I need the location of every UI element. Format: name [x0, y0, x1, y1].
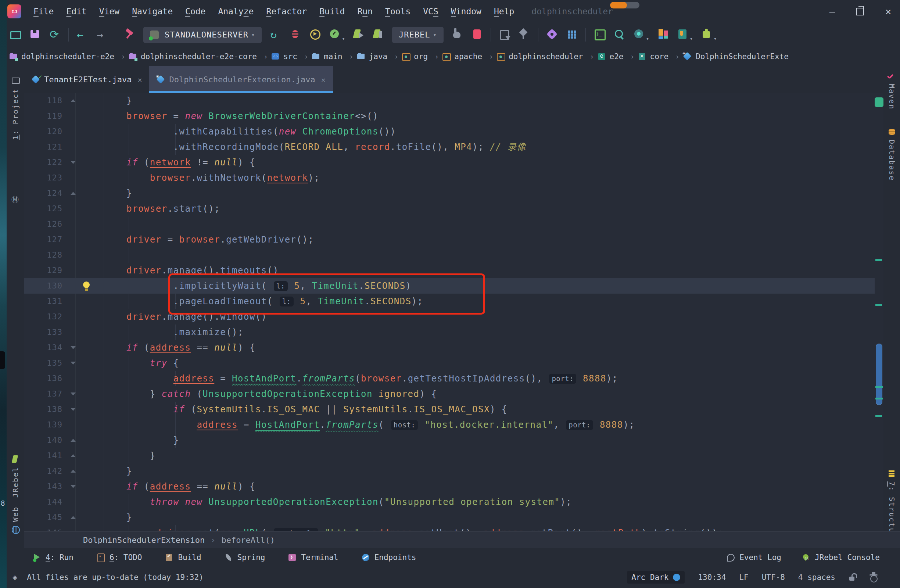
menu-item-navigate[interactable]: Navigate — [127, 5, 177, 18]
code-line-140[interactable]: 140 } — [24, 433, 875, 448]
project-structure-icon[interactable] — [566, 28, 578, 42]
code-line-122[interactable]: 122if (network != null) { — [24, 155, 875, 170]
code-line-142[interactable]: 142} — [24, 464, 875, 479]
debug-icon[interactable] — [289, 28, 301, 42]
menu-item-help[interactable]: Help — [489, 5, 519, 18]
menu-item-vcs[interactable]: VCS — [418, 5, 443, 18]
breadcrumb-item-e2e[interactable]: e2e — [598, 52, 624, 61]
fold-marker-icon[interactable] — [71, 361, 76, 365]
menu-item-code[interactable]: Code — [180, 5, 210, 18]
code-line-118[interactable]: 118} — [24, 93, 875, 109]
sync-icon[interactable] — [48, 28, 61, 42]
tool-window-button-6-todo[interactable]: 6: TODO — [96, 553, 142, 562]
code-line-138[interactable]: 138 if (SystemUtils.IS_OS_MAC || SystemU… — [24, 402, 875, 417]
menu-item-refactor[interactable]: Refactor — [261, 5, 312, 18]
plugin-icon[interactable]: ▾ — [700, 28, 717, 42]
menu-item-view[interactable]: View — [95, 5, 124, 18]
save-all-icon[interactable] — [29, 28, 41, 42]
code-line-128[interactable]: 128 — [24, 247, 875, 263]
code-line-119[interactable]: 119browser = new BrowserWebDriverContain… — [24, 109, 875, 124]
unlock-icon[interactable] — [849, 573, 856, 582]
menu-item-window[interactable]: Window — [446, 5, 486, 18]
jrebel-status-icon[interactable] — [12, 572, 17, 582]
fold-marker-icon[interactable] — [71, 192, 76, 195]
menu-item-analyze[interactable]: Analyze — [213, 5, 258, 18]
menu-item-file[interactable]: File — [29, 5, 59, 18]
code-line-121[interactable]: 121 .withRecordingMode(RECORD_ALL, recor… — [24, 139, 875, 155]
tab-tenante2etest-java[interactable]: TenantE2ETest.java✕ — [24, 66, 149, 93]
breadcrumb-item-apache[interactable]: apache — [442, 52, 482, 61]
run-coverage-icon[interactable] — [309, 28, 321, 42]
fold-marker-icon[interactable] — [71, 439, 76, 442]
fold-marker-icon[interactable] — [71, 393, 76, 396]
stop-icon[interactable] — [471, 28, 483, 42]
code-line-133[interactable]: 133 .maximize(); — [24, 324, 875, 340]
code-line-123[interactable]: 123 browser.withNetwork(network); — [24, 170, 875, 186]
code-line-124[interactable]: 124} — [24, 186, 875, 201]
code-line-145[interactable]: 145} — [24, 510, 875, 525]
intention-bulb-icon[interactable] — [82, 281, 90, 291]
attach-debugger-icon[interactable] — [498, 28, 511, 42]
jrebel-run-icon[interactable] — [352, 28, 365, 42]
tool-button-web[interactable]: Web — [6, 506, 24, 534]
minimize-icon[interactable]: — — [829, 6, 835, 16]
code-line-134[interactable]: 134if (address == null) { — [24, 340, 875, 355]
code-line-126[interactable]: 126 — [24, 216, 875, 232]
fold-marker-icon[interactable] — [71, 161, 76, 164]
breadcrumb-item-dolphinscheduler-e2e[interactable]: dolphinscheduler-e2e — [9, 52, 114, 61]
build-hammer-icon[interactable] — [124, 28, 136, 42]
tool-window-button-spring[interactable]: Spring — [224, 553, 265, 562]
line-ending[interactable]: LF — [739, 573, 748, 582]
tool-window-button-jrebel-console[interactable]: JRebel Console — [802, 553, 880, 562]
code-line-135[interactable]: 135 try { — [24, 355, 875, 371]
highlighting-level-icon[interactable] — [869, 573, 878, 582]
open-project-icon[interactable] — [9, 28, 21, 42]
breadcrumb-item-dolphinscheduler-e2e-core[interactable]: dolphinscheduler-e2e-core — [129, 52, 257, 61]
breadcrumb-item-java[interactable]: java — [357, 52, 388, 61]
tool-window-button-4-run[interactable]: 4: Run — [33, 553, 73, 562]
breadcrumb-method[interactable]: beforeAll() — [221, 535, 275, 545]
forward-icon[interactable] — [96, 28, 109, 42]
breadcrumb-item-dolphinscheduler[interactable]: dolphinscheduler — [497, 52, 583, 61]
jrebel-agent-icon[interactable] — [451, 28, 463, 42]
tool-window-button-event-log[interactable]: Event Log — [726, 553, 781, 562]
code-line-143[interactable]: 143if (address == null) { — [24, 479, 875, 494]
tool-window-button-endpoints[interactable]: Endpoints — [361, 553, 416, 562]
tab-dolphinschedulerextension-java[interactable]: DolphinSchedulerExtension.java✕ — [149, 66, 333, 93]
breadcrumb-item-dolphinschedulerexte[interactable]: DolphinSchedulerExte — [683, 52, 789, 61]
theme-widget[interactable]: Arc Dark — [627, 571, 685, 583]
inspection-status-indicator[interactable] — [875, 98, 883, 107]
fold-marker-icon[interactable] — [71, 99, 76, 102]
breadcrumb-item-core[interactable]: core — [638, 52, 669, 61]
tool-button-jrebel[interactable]: JRebel — [6, 455, 24, 498]
tool-button-bookmark[interactable] — [6, 195, 24, 203]
run-configuration-selector[interactable]: STANDALONESERVER▾ — [143, 27, 262, 43]
tool-button-project[interactable]: 1: Project — [6, 76, 24, 140]
code-editor[interactable]: 118}119browser = new BrowserWebDriverCon… — [24, 93, 875, 531]
settings-icon[interactable] — [546, 28, 558, 42]
code-line-146[interactable]: 146 driver.get(new URL( protocol: "http"… — [24, 525, 875, 531]
fold-marker-icon[interactable] — [71, 516, 76, 519]
breadcrumb-item-main[interactable]: main — [312, 52, 343, 61]
breadcrumb-item-org[interactable]: org — [402, 52, 428, 61]
fold-marker-icon[interactable] — [71, 408, 76, 411]
profiler-icon[interactable]: ▾ — [329, 28, 345, 42]
caret-position[interactable]: 130:34 — [698, 573, 726, 582]
file-encoding[interactable]: UTF-8 — [762, 573, 785, 582]
terminal-toolbar-icon[interactable] — [593, 28, 606, 42]
fold-marker-icon[interactable] — [71, 470, 76, 473]
rerun-icon[interactable] — [269, 28, 281, 42]
maximize-icon[interactable] — [856, 8, 864, 16]
code-line-127[interactable]: 127driver = browser.getWebDriver(); — [24, 232, 875, 247]
menu-item-edit[interactable]: Edit — [61, 5, 91, 18]
screen-record-icon[interactable]: ▾ — [633, 28, 649, 42]
tab-close-icon[interactable]: ✕ — [137, 75, 142, 84]
tool-button-maven[interactable]: Maven — [883, 72, 900, 110]
menu-item-build[interactable]: Build — [315, 5, 349, 18]
database-toolbar-icon[interactable]: ▾ — [677, 28, 693, 42]
tool-window-button-build[interactable]: Build — [164, 553, 201, 562]
code-line-144[interactable]: 144 throw new UnsupportedOperationExcept… — [24, 494, 875, 510]
breadcrumb-item-src[interactable]: src — [272, 52, 297, 61]
fold-marker-icon[interactable] — [71, 346, 76, 349]
indent-setting[interactable]: 4 spaces — [798, 573, 835, 582]
